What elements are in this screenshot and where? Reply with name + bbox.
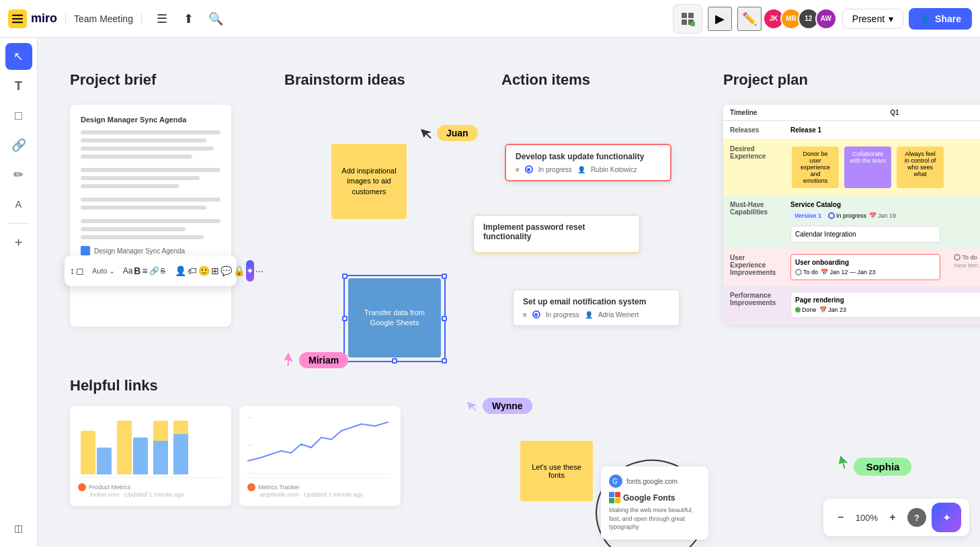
bar-group-1 [81, 431, 112, 474]
cursor-miriam-label: Miriam [299, 352, 348, 368]
board-title[interactable]: Team Meeting [65, 13, 142, 24]
help-button[interactable]: ? [907, 508, 926, 527]
sticky-collaborate: Collaborate with the team [844, 146, 891, 188]
action-card-2[interactable]: Implement password reset functionality [473, 215, 640, 253]
search-button[interactable]: 🔍 [204, 7, 228, 31]
google-fonts-card[interactable]: G fonts.google.com Google Fonts Making t… [601, 466, 708, 540]
bar-4top [173, 421, 188, 434]
selection-handle-ml[interactable] [342, 316, 348, 321]
doc-line-4 [81, 155, 192, 159]
tb-align-button[interactable]: ≡ [142, 260, 147, 282]
selection-handle-tl[interactable] [342, 274, 348, 279]
plan-service-catalog: Service Catalog [790, 201, 940, 208]
y-axis-max: — [247, 414, 254, 420]
plan-perf-label: Performance Improvements [723, 286, 784, 324]
tb-lock-button[interactable]: 🔒 [233, 260, 245, 282]
google-docs-icon [81, 246, 90, 255]
grid-view-button[interactable] [673, 4, 702, 34]
bar-2b [133, 437, 148, 474]
tb-ai-button[interactable]: ✦ [246, 260, 254, 282]
metrics-tracker-source: amplitude.com · Updated 1 minute ago [247, 491, 393, 498]
menu-button[interactable]: ☰ [150, 7, 174, 31]
tb-text-button[interactable]: Aa [123, 260, 133, 282]
canvas[interactable]: Project brief Design Manager Sync Agenda… [38, 38, 980, 547]
tb-bold-button[interactable]: B [134, 260, 140, 282]
left-sidebar: ↖ T □ 🔗 ✏ A + ◫ [0, 38, 38, 547]
doc-card-title: Design Manager Sync Agenda [81, 116, 220, 124]
product-metrics-footer: Product Metrics [78, 483, 223, 491]
selection-handle-bm[interactable] [392, 358, 397, 364]
product-metrics-card[interactable]: Product Metrics looker.com · Updated 1 m… [70, 406, 231, 506]
selection-handle-mr[interactable] [442, 316, 447, 321]
sticky-transfer-data[interactable]: Transfer data from Google Sheets [348, 278, 441, 357]
tb-comment-button[interactable]: 💬 [220, 260, 232, 282]
app-logo[interactable]: miro [8, 9, 57, 28]
tb-mention-button[interactable]: 👤 [175, 260, 186, 282]
calendar-icon: 📅 [869, 212, 876, 219]
action-3-status: In progress [546, 311, 579, 319]
bar-chart [78, 414, 223, 474]
action-1-title: Develop task update functionality [516, 152, 661, 161]
cursor-juan-label: Juan [437, 125, 478, 141]
bottom-bar: − 100% + ? ✦ [823, 499, 969, 536]
share-button[interactable]: 👤 Share [909, 8, 972, 30]
action-1-user: Rubin Kotowicz [591, 166, 637, 173]
floating-toolbar: ↕ ◻ Auto ⌄ Aa B ≡ 🔗 S 👤 🏷 🙂 ⊞ 💬 [65, 255, 237, 286]
cursor-wynne: Wynne [466, 398, 532, 414]
sticky-donor: Donor be user experience and emotions [792, 146, 839, 188]
tb-font-dropdown[interactable]: Auto ⌄ [92, 267, 115, 276]
selection-handle-tr[interactable] [442, 274, 447, 279]
cursor-miriam: Miriam [283, 352, 348, 368]
status-dot-icon [828, 212, 835, 219]
zoom-in-button[interactable]: + [883, 508, 902, 527]
tb-table-button[interactable]: ⊞ [211, 260, 219, 282]
tb-arrange-button[interactable]: ↕ [70, 260, 75, 282]
doc-line-12 [81, 235, 204, 239]
plan-ux-meta: To do 📅 Jan 12 — Jan 23 [795, 269, 936, 276]
sticky-tool[interactable]: A [5, 191, 32, 218]
sticky-add-images[interactable]: Add inspirational images to aid customer… [331, 144, 407, 219]
tb-strike-button[interactable]: S [161, 260, 165, 282]
cursor-mode-button[interactable]: ▶ [708, 7, 732, 31]
chart2-baseline [247, 477, 393, 478]
action-2-title: Implement password reset functionality [483, 222, 630, 241]
tb-emoji-button[interactable]: 🙂 [198, 260, 210, 282]
tb-font-label: Auto [92, 267, 108, 275]
ai-fab-button[interactable]: ✦ [932, 503, 961, 532]
tb-frame-button[interactable]: ◻ [76, 260, 84, 282]
topbar: miro Team Meeting ☰ ⬆ 🔍 ▶ ✏️ JK MR 12 AW… [0, 0, 980, 38]
zoom-out-button[interactable]: − [831, 508, 850, 527]
doc-card-footer: Design Manager Sync Agenda [81, 246, 220, 255]
shape-tool[interactable]: □ [5, 102, 32, 129]
gfonts-logo: G fonts.google.com [609, 474, 700, 488]
amplitude-icon [247, 483, 255, 491]
product-metrics-title: Product Metrics [89, 484, 131, 491]
tb-tag-button[interactable]: 🏷 [188, 260, 197, 282]
metrics-tracker-card[interactable]: — — — Metrics Tracker amplitude.com · Up… [239, 406, 401, 506]
connector-tool[interactable]: 🔗 [5, 132, 32, 159]
upload-button[interactable]: ⬆ [177, 7, 201, 31]
text-tool[interactable]: T [5, 73, 32, 99]
share-label: Share [935, 13, 961, 24]
plan-table: Timeline Q1 Releases Release 1 Desired E… [723, 105, 980, 324]
action-card-1[interactable]: Develop task update functionality ≡ In p… [505, 144, 671, 181]
pen-tool[interactable]: ✏ [5, 161, 32, 188]
selection-handle-br[interactable] [442, 358, 447, 364]
tb-more-button[interactable]: ··· [255, 260, 263, 282]
action-card-3[interactable]: Set up email notification system ≡ In pr… [513, 290, 680, 326]
plan-desired-label: Desired Experience [723, 140, 784, 196]
doc-line-10 [81, 219, 220, 223]
plan-col-timeline: Timeline [723, 105, 784, 121]
zoom-level: 100% [856, 513, 878, 523]
present-button[interactable]: Present ▾ [842, 9, 903, 29]
action-1-status: In progress [538, 166, 572, 173]
bar-1b [97, 448, 112, 474]
comment-mode-button[interactable]: ✏️ [737, 7, 762, 31]
sticky-fonts[interactable]: Let's use these fonts [520, 441, 593, 501]
select-tool[interactable]: ↖ [5, 43, 32, 70]
panel-toggle[interactable]: ◫ [5, 515, 32, 542]
tb-link-button[interactable]: 🔗 [149, 260, 159, 282]
add-tool[interactable]: + [5, 229, 32, 256]
plan-col-q1: Q1 [784, 105, 980, 121]
action-3-title: Set up email notification system [523, 297, 669, 306]
